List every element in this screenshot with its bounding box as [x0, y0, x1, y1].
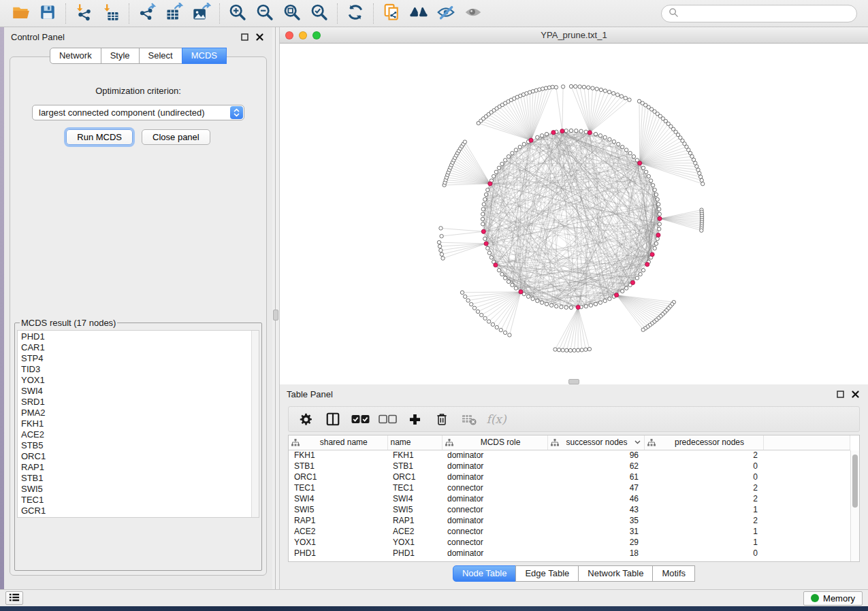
export-network-button[interactable] — [133, 2, 161, 25]
add-column-button[interactable] — [404, 409, 425, 429]
import-table-button[interactable] — [97, 2, 125, 25]
export-image-button[interactable] — [188, 2, 215, 25]
mcds-result-item[interactable]: STB1 — [21, 473, 255, 484]
splitter-grip[interactable] — [273, 310, 278, 320]
column-header[interactable]: MCDS role — [442, 435, 547, 450]
network-window-titlebar[interactable]: YPA_prune.txt_1 — [280, 27, 868, 44]
table-scrollbar[interactable] — [850, 450, 859, 561]
mcds-result-item[interactable]: SWI4 — [21, 386, 255, 397]
search-box[interactable] — [661, 5, 857, 22]
table-cell: YOX1 — [289, 537, 387, 548]
network-canvas[interactable] — [280, 44, 868, 379]
table-type-tab[interactable]: Motifs — [652, 565, 695, 582]
mcds-result-item[interactable]: TID3 — [21, 364, 255, 375]
column-header-label: successor nodes — [566, 437, 627, 447]
criterion-select[interactable]: largest connected component (undirected) — [32, 105, 244, 120]
mcds-result-item[interactable]: TEC1 — [21, 495, 255, 506]
close-window-light[interactable] — [285, 31, 293, 39]
export-table-button[interactable] — [161, 2, 188, 25]
mcds-result-item[interactable]: YOX1 — [21, 375, 255, 386]
mcds-result-item[interactable]: FKH1 — [21, 418, 255, 429]
control-panel-tab[interactable]: MCDS — [182, 48, 227, 64]
mcds-result-list[interactable]: PHD1CAR1STP4TID3YOX1SWI4SRD1PMA2FKH1ACE2… — [17, 330, 259, 518]
export-table-icon — [165, 3, 184, 24]
column-settings-button[interactable] — [295, 409, 316, 429]
table-row[interactable]: STB1STB1dominator620 — [289, 461, 850, 472]
delete-column-button[interactable] — [432, 409, 452, 429]
copy-network-button[interactable] — [378, 2, 405, 25]
control-panel-tab[interactable]: Network — [50, 48, 101, 64]
table-type-tab[interactable]: Node Table — [453, 565, 517, 582]
mcds-result-item[interactable]: SRD1 — [21, 397, 255, 408]
import-network-button[interactable] — [70, 2, 97, 25]
zoom-selected-button[interactable] — [306, 2, 333, 25]
network-view-window: YPA_prune.txt_1 — [279, 27, 868, 379]
splitter-grip[interactable] — [568, 379, 579, 384]
zoom-selected-icon — [310, 3, 329, 24]
hide-selected-button[interactable] — [432, 2, 460, 25]
memory-button[interactable]: Memory — [803, 591, 863, 606]
close-panel-button[interactable]: Close panel — [142, 129, 210, 145]
zoom-fit-button[interactable] — [278, 2, 306, 25]
table-row[interactable]: ORC1ORC1dominator610 — [289, 472, 850, 482]
table-cell: 1 — [644, 526, 763, 537]
float-panel-icon[interactable] — [238, 31, 251, 43]
mcds-result-item[interactable]: STB5 — [21, 440, 255, 451]
search-input[interactable] — [683, 8, 850, 18]
close-panel-icon[interactable] — [253, 31, 266, 43]
table-row[interactable]: TEC1TEC1connector472 — [289, 482, 850, 493]
refresh-layout-button[interactable] — [342, 2, 369, 25]
table-type-tab[interactable]: Network Table — [578, 565, 653, 582]
mcds-result-item[interactable]: STP4 — [21, 353, 255, 364]
horizontal-splitter[interactable] — [279, 379, 868, 384]
mcds-result-item[interactable]: CAR1 — [21, 342, 255, 353]
zoom-out-icon — [255, 3, 274, 24]
zoom-out-button[interactable] — [251, 2, 278, 25]
table-row[interactable]: PHD1PHD1dominator180 — [289, 548, 850, 559]
table-row[interactable]: ACE2ACE2connector311 — [289, 526, 850, 537]
deselect-all-checkboxes-button[interactable] — [377, 409, 398, 429]
column-header[interactable]: predecessor nodes — [644, 435, 763, 450]
list-scrollbar[interactable] — [251, 331, 259, 517]
split-panel-button[interactable] — [323, 409, 343, 429]
first-neighbors-button[interactable] — [405, 2, 432, 25]
table-scrollbar-thumb[interactable] — [852, 455, 858, 508]
table-row[interactable]: FKH1FKH1dominator962 — [289, 450, 850, 461]
table-row[interactable]: SWI5SWI5connector431 — [289, 504, 850, 515]
optimization-criterion-label: Optimization criterion: — [10, 86, 266, 96]
table-toolbar: f(x) — [288, 406, 860, 432]
float-panel-icon[interactable] — [834, 388, 846, 400]
control-panel-tab[interactable]: Select — [139, 48, 182, 64]
minimize-window-light[interactable] — [299, 31, 307, 39]
show-all-button[interactable] — [460, 2, 487, 25]
control-panel-tab[interactable]: Style — [101, 48, 140, 64]
close-panel-icon[interactable] — [849, 388, 861, 400]
application-window: Control Panel NetworkStyleSelectMCDS Opt… — [0, 0, 868, 611]
control-panel: Control Panel NetworkStyleSelectMCDS Opt… — [4, 27, 272, 589]
column-header[interactable]: shared name — [289, 435, 387, 450]
mcds-result-title: MCDS result (17 nodes) — [20, 318, 117, 328]
save-session-button[interactable] — [34, 2, 61, 25]
mcds-result-item[interactable]: ACE2 — [21, 429, 255, 440]
table-type-tab[interactable]: Edge Table — [515, 565, 579, 582]
mcds-result-item[interactable]: RAP1 — [21, 462, 255, 473]
zoom-in-button[interactable] — [224, 2, 251, 25]
column-header[interactable]: successor nodes — [547, 435, 644, 450]
mcds-result-item[interactable]: GCR1 — [21, 506, 255, 516]
task-history-button[interactable] — [5, 591, 23, 605]
mcds-result-item[interactable]: PHD1 — [21, 331, 255, 342]
table-row[interactable]: SWI4SWI4dominator462 — [289, 493, 850, 504]
network-graph[interactable] — [280, 44, 868, 379]
table-row[interactable]: YOX1YOX1connector291 — [289, 537, 850, 548]
run-mcds-button[interactable]: Run MCDS — [66, 129, 133, 145]
vertical-splitter[interactable] — [272, 27, 279, 589]
open-session-button[interactable] — [7, 2, 34, 25]
mcds-result-item[interactable]: SWI5 — [21, 484, 255, 495]
toolbar-separator — [129, 3, 129, 24]
table-row[interactable]: RAP1RAP1dominator352 — [289, 515, 850, 526]
mcds-result-item[interactable]: ORC1 — [21, 451, 255, 462]
select-all-checkboxes-button[interactable] — [350, 409, 370, 429]
column-header[interactable]: name — [387, 435, 442, 450]
zoom-window-light[interactable] — [312, 31, 321, 39]
mcds-result-item[interactable]: PMA2 — [21, 408, 255, 418]
